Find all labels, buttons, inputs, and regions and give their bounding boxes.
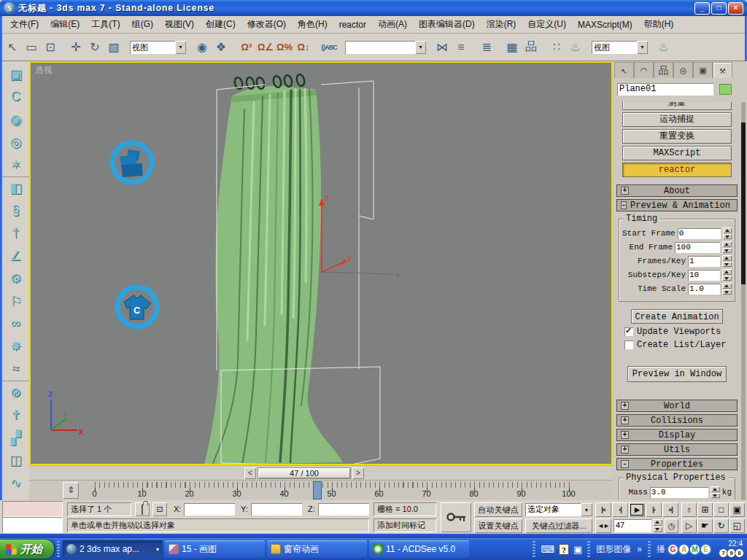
chevron-more-icon[interactable]: » <box>637 544 642 554</box>
play-animation-button[interactable]: ▶ <box>629 502 645 517</box>
menu-customize[interactable]: 自定义(U) <box>522 16 572 33</box>
next-frame-button[interactable]: |› <box>646 502 662 517</box>
reactor-deforming-mesh-collection-icon[interactable]: ✶ <box>2 153 29 176</box>
rectangular-selection-region-button[interactable]: ▭ <box>22 38 41 57</box>
menu-maxscript[interactable]: MAXScript(M) <box>572 18 638 32</box>
task-3ds-max[interactable]: 2 3ds max ap... ▾ <box>63 540 163 558</box>
rollout-expand-icon[interactable]: - <box>621 460 629 468</box>
graphics-toolbar-label[interactable]: 图形图像 <box>596 543 631 556</box>
rollout-utils[interactable]: + Utils <box>616 443 738 456</box>
tab-utilities[interactable]: ⚒ <box>713 62 732 78</box>
reactor-angular-dashpot-icon[interactable]: ∠ <box>2 244 29 267</box>
spinner[interactable] <box>722 269 732 281</box>
go-to-end-button[interactable]: »| <box>662 502 678 517</box>
use-pivot-point-center-button[interactable]: ◉ <box>193 38 212 57</box>
checkbox[interactable] <box>624 341 633 349</box>
rollout-world[interactable]: + World <box>616 400 738 412</box>
menu-group[interactable]: 组(G) <box>126 16 159 33</box>
tab-motion[interactable]: ◎ <box>673 62 693 78</box>
reset-xform-utility-button[interactable]: 重置变换 <box>622 129 732 144</box>
menu-create[interactable]: 创建(C) <box>200 16 241 33</box>
scrollbar-thumb[interactable] <box>741 122 746 284</box>
reactor-constraint-solver-icon[interactable]: ⊗ <box>2 381 29 403</box>
mirror-button[interactable]: ⋈ <box>433 38 452 57</box>
go-to-start-button[interactable]: |« <box>595 502 611 517</box>
auto-key-button[interactable]: 自动关键点 <box>474 502 522 517</box>
rollout-collisions[interactable]: + Collisions <box>616 414 738 427</box>
track-bar[interactable]: ⇕ 0102030405060708090100 <box>29 480 613 500</box>
menu-character[interactable]: 角色(H) <box>292 16 333 33</box>
menu-modifiers[interactable]: 修改器(O) <box>241 16 292 33</box>
reactor-rigid-body-collection-icon[interactable]: ▣ <box>2 63 29 85</box>
spinner-snap-toggle-button[interactable]: Ω↕ <box>294 38 313 57</box>
select-object-button[interactable]: ↖ <box>3 38 22 57</box>
rollout-expand-icon[interactable]: + <box>621 416 629 424</box>
transform-type-in-toggle-button[interactable]: ⊡ <box>152 502 167 516</box>
time-slider[interactable]: 47 / 100 <box>258 467 351 479</box>
close-button[interactable]: × <box>728 2 743 15</box>
render-scene-button[interactable]: ♨ <box>566 38 585 57</box>
minimize-button[interactable]: _ <box>694 2 710 15</box>
menu-views[interactable]: 视图(V) <box>159 16 200 33</box>
z-coordinate-field[interactable] <box>318 503 369 516</box>
spinner[interactable] <box>723 228 732 239</box>
maxscript-mini-listener[interactable] <box>2 517 63 533</box>
pan-view-button[interactable]: ☛ <box>697 518 713 533</box>
field-of-view-button[interactable]: ▷ <box>681 518 697 533</box>
restore-toolbar-icon[interactable]: ▣ <box>573 544 582 555</box>
object-color-swatch[interactable] <box>719 84 732 95</box>
chevron-down-icon[interactable]: ▼ <box>581 503 592 516</box>
reactor-spring-icon[interactable]: § <box>2 199 29 222</box>
rollout-about[interactable]: + About <box>616 184 738 197</box>
tab-create[interactable]: ↖ <box>614 62 634 78</box>
chevron-down-icon[interactable]: ▼ <box>637 41 648 54</box>
end-frame-field[interactable]: 100 <box>675 242 720 253</box>
substeps-per-key-field[interactable]: 10 <box>688 270 720 281</box>
command-panel-scrollbar[interactable] <box>741 102 746 500</box>
time-slider-prev-button[interactable]: < <box>244 467 256 479</box>
zoom-button[interactable]: ♁ <box>681 502 697 517</box>
reactor-hinge-constraint-icon[interactable]: ▞ <box>2 426 29 448</box>
reactor-fracture-icon[interactable]: ✸ <box>2 335 29 357</box>
number-badge-icon[interactable]: 8 <box>735 548 744 558</box>
time-slider-next-button[interactable]: > <box>352 467 364 479</box>
angle-snap-toggle-button[interactable]: Ω∠ <box>256 38 275 57</box>
render-type-dropdown[interactable]: 视图 ▼ <box>592 41 648 54</box>
input-method-help-icon[interactable]: ? <box>559 544 569 555</box>
spinner[interactable] <box>722 255 732 267</box>
time-scale-field[interactable]: 1.0 <box>688 284 720 295</box>
reference-coordinate-dropdown[interactable]: 视图 ▼ <box>130 41 186 54</box>
menu-file[interactable]: 文件(F) <box>4 16 44 33</box>
menu-tools[interactable]: 工具(T) <box>85 16 125 33</box>
x-coordinate-field[interactable] <box>184 503 235 516</box>
tab-modify[interactable]: ◠ <box>634 62 654 78</box>
maxscript-mini-listener-macro[interactable] <box>2 501 63 517</box>
rollout-preview-animation[interactable]: - Preview & Animation <box>616 199 738 211</box>
start-button[interactable]: 开始 <box>0 540 54 559</box>
rollout-expand-icon[interactable]: + <box>621 446 629 454</box>
selection-lock-toggle[interactable] <box>135 502 150 516</box>
rollout-expand-icon[interactable]: - <box>621 201 627 209</box>
reactor-linear-dashpot-icon[interactable]: † <box>2 222 29 244</box>
zoom-all-button[interactable]: ⊞ <box>697 502 713 517</box>
motion-capture-utility-button[interactable]: 运动捕捉 <box>622 112 732 127</box>
reactor-utility-button[interactable]: reactor <box>622 163 732 177</box>
select-and-uniform-scale-button[interactable]: ▧ <box>104 38 123 57</box>
maximize-button[interactable]: □ <box>711 2 727 15</box>
zoom-extents-button[interactable]: □ <box>713 502 729 517</box>
reactor-toy-car-icon[interactable]: ∞ <box>2 312 29 335</box>
spinner[interactable] <box>722 241 732 253</box>
layer-manager-button[interactable]: ≣ <box>477 38 496 57</box>
spinner[interactable] <box>722 283 732 295</box>
named-selection-sets-dropdown[interactable]: ▼ <box>345 41 426 54</box>
rollout-display[interactable]: + Display <box>616 429 738 441</box>
rollout-properties[interactable]: - Properties <box>616 458 738 470</box>
task-paint[interactable]: 15 - 画图 <box>165 540 265 558</box>
current-frame-field[interactable]: 47 <box>614 519 651 532</box>
menu-edit[interactable]: 编辑(E) <box>44 16 85 33</box>
checkbox[interactable] <box>624 327 633 336</box>
menu-animation[interactable]: 动画(A) <box>372 16 413 33</box>
tab-display[interactable]: ▣ <box>693 62 713 78</box>
frame-spinner[interactable] <box>653 519 662 532</box>
menu-reactor[interactable]: reactor <box>333 18 372 32</box>
